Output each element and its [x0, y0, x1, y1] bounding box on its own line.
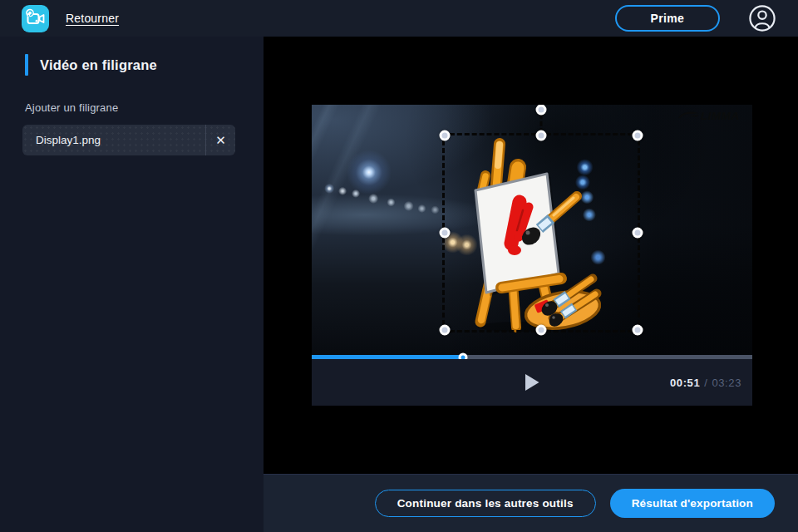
back-link[interactable]: Retourner: [66, 12, 119, 25]
video-preview: LIMMA: [312, 105, 752, 355]
resize-handle-top-right[interactable]: [633, 131, 643, 141]
resize-handle-bottom-middle[interactable]: [536, 325, 547, 336]
play-button[interactable]: [521, 370, 544, 395]
rotate-handle[interactable]: [536, 105, 547, 116]
video-player: LIMMA: [312, 105, 752, 406]
profile-button[interactable]: [748, 4, 776, 32]
resize-handle-top-left[interactable]: [440, 131, 451, 141]
app-logo[interactable]: [22, 5, 49, 32]
continue-other-tools-button[interactable]: Continuer dans les autres outils: [375, 490, 596, 517]
top-bar: Retourner Prime: [0, 0, 798, 37]
limma-logo: LIMMA: [677, 109, 746, 126]
time-separator: /: [704, 377, 707, 389]
top-bar-right: Prime: [615, 4, 798, 32]
time-display: 00:51 / 03:23: [670, 377, 741, 389]
title-accent-bar: [25, 54, 28, 76]
player-controls: 00:51 / 03:23: [312, 359, 752, 406]
current-time: 00:51: [670, 377, 700, 389]
video-camera-flip-icon: [22, 5, 49, 32]
resize-handle-bottom-right[interactable]: [633, 325, 643, 336]
resize-handle-top-middle[interactable]: [536, 131, 547, 141]
play-icon: [525, 373, 540, 392]
prime-button[interactable]: Prime: [615, 5, 720, 32]
resize-handle-middle-left[interactable]: [440, 228, 451, 239]
page-title: Vidéo en filigrane: [40, 57, 157, 73]
watermark-file-name: Display1.png: [22, 134, 205, 146]
sidebar: Vidéo en filigrane Ajouter un filigrane …: [0, 37, 264, 532]
add-watermark-label: Ajouter un filigrane: [25, 101, 118, 114]
watermark-file-field[interactable]: Display1.png ✕: [22, 125, 235, 155]
svg-text:LIMMA: LIMMA: [701, 110, 740, 122]
profile-icon: [748, 4, 776, 32]
main-area: LIMMA: [264, 37, 798, 532]
clear-file-button[interactable]: ✕: [206, 125, 235, 155]
export-result-button[interactable]: Résultat d'exportation: [610, 489, 775, 518]
resize-handle-bottom-left[interactable]: [440, 325, 451, 336]
resize-handle-middle-right[interactable]: [633, 228, 643, 239]
total-time: 03:23: [712, 377, 741, 389]
watermark-selection-box[interactable]: [442, 133, 640, 332]
sidebar-title-row: Vidéo en filigrane: [25, 54, 157, 76]
footer-action-bar: Continuer dans les autres outils Résulta…: [264, 474, 798, 532]
close-icon: ✕: [215, 133, 226, 148]
